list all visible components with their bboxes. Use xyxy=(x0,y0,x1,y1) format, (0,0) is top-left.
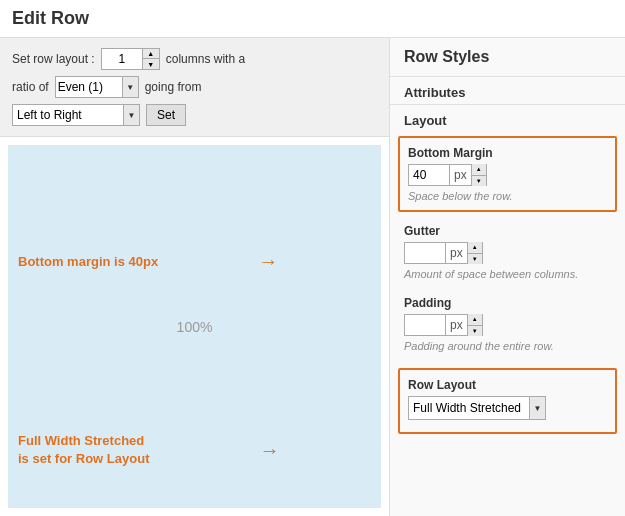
columns-down-btn[interactable]: ▼ xyxy=(143,59,159,69)
columns-input[interactable]: 1 xyxy=(102,50,142,68)
main-container: Edit Row Set row layout : 1 ▲ ▼ columns … xyxy=(0,0,625,516)
bottom-margin-spinner: ▲ ▼ xyxy=(471,164,486,186)
direction-select[interactable]: Left to Right Right to Left xyxy=(13,105,123,125)
row-layout-select-container[interactable]: Full Width Stretched Full Width Boxed ▼ xyxy=(408,396,546,420)
gutter-input[interactable] xyxy=(405,244,445,262)
annotation-full-width: Full Width Stretched is set for Row Layo… xyxy=(18,432,149,468)
row-layout-row: Full Width Stretched Full Width Boxed ▼ xyxy=(408,396,607,420)
row-layout-select[interactable]: Full Width Stretched Full Width Boxed xyxy=(409,397,529,419)
gutter-up-btn[interactable]: ▲ xyxy=(468,242,482,254)
annotation-bottom-margin: Bottom margin is 40px → xyxy=(18,254,158,269)
row-config: Set row layout : 1 ▲ ▼ columns with a ra… xyxy=(0,38,389,137)
set-button[interactable]: Set xyxy=(146,104,186,126)
columns-spinner-buttons: ▲ ▼ xyxy=(142,49,159,69)
gutter-label: Gutter xyxy=(404,224,611,238)
row-config-line1: Set row layout : 1 ▲ ▼ columns with a xyxy=(12,48,377,70)
bottom-margin-up-btn[interactable]: ▲ xyxy=(472,164,486,176)
bottom-margin-arrow: → xyxy=(258,250,278,273)
set-row-layout-label: Set row layout : xyxy=(12,52,95,66)
full-width-line1: Full Width Stretched xyxy=(18,432,149,450)
padding-input-container[interactable]: px ▲ ▼ xyxy=(404,314,483,336)
columns-spinner[interactable]: 1 ▲ ▼ xyxy=(101,48,160,70)
padding-group: Padding px ▲ ▼ Padding around the ent xyxy=(390,288,625,360)
padding-down-btn[interactable]: ▼ xyxy=(468,326,482,337)
preview-area: 100% Bottom margin is 40px → Full Width … xyxy=(8,145,381,508)
ratio-select-arrow[interactable]: ▼ xyxy=(122,77,138,97)
preview-percent: 100% xyxy=(177,319,213,335)
row-layout-group: Row Layout Full Width Stretched Full Wid… xyxy=(398,368,617,434)
padding-unit: px xyxy=(446,314,467,336)
full-width-line2: is set for Row Layout xyxy=(18,450,149,468)
padding-hint: Padding around the entire row. xyxy=(404,340,611,352)
bottom-margin-unit: px xyxy=(450,164,471,186)
row-layout-label: Row Layout xyxy=(408,378,607,392)
ratio-select-container[interactable]: Even (1) 2:1 1:2 3:1 1:3 ▼ xyxy=(55,76,139,98)
left-panel: Set row layout : 1 ▲ ▼ columns with a ra… xyxy=(0,38,390,516)
page-title: Edit Row xyxy=(0,0,625,38)
row-layout-arrow[interactable]: ▼ xyxy=(529,397,545,419)
bottom-margin-input-container[interactable]: 40 px ▲ ▼ xyxy=(408,164,487,186)
ratio-label: ratio of xyxy=(12,80,49,94)
gutter-unit: px xyxy=(446,242,467,264)
padding-label: Padding xyxy=(404,296,611,310)
bottom-margin-group: Bottom Margin 40 px ▲ ▼ Space below th xyxy=(398,136,617,212)
gutter-group: Gutter px ▲ ▼ Amount of space between xyxy=(390,216,625,288)
bottom-margin-down-btn[interactable]: ▼ xyxy=(472,176,486,187)
direction-select-arrow[interactable]: ▼ xyxy=(123,105,139,125)
layout-section-header: Layout xyxy=(390,105,625,132)
bottom-margin-row: 40 px ▲ ▼ xyxy=(408,164,607,186)
bottom-margin-input[interactable]: 40 xyxy=(409,166,449,184)
direction-select-container[interactable]: Left to Right Right to Left ▼ xyxy=(12,104,140,126)
gutter-down-btn[interactable]: ▼ xyxy=(468,254,482,265)
padding-row: px ▲ ▼ xyxy=(404,314,611,336)
ratio-select[interactable]: Even (1) 2:1 1:2 3:1 1:3 xyxy=(56,77,122,97)
gutter-hint: Amount of space between columns. xyxy=(404,268,611,280)
gutter-spinner: ▲ ▼ xyxy=(467,242,482,264)
gutter-row: px ▲ ▼ xyxy=(404,242,611,264)
row-config-line2: ratio of Even (1) 2:1 1:2 3:1 1:3 ▼ goin… xyxy=(12,76,377,98)
bottom-margin-text: Bottom margin is 40px xyxy=(18,254,158,269)
attributes-section-header: Attributes xyxy=(390,77,625,105)
full-width-arrow: → xyxy=(259,436,279,464)
right-panel: Row Styles Attributes Layout Bottom Marg… xyxy=(390,38,625,516)
bottom-margin-hint: Space below the row. xyxy=(408,190,607,202)
columns-up-btn[interactable]: ▲ xyxy=(143,49,159,59)
right-panel-title: Row Styles xyxy=(390,38,625,77)
padding-spinner: ▲ ▼ xyxy=(467,314,482,336)
padding-up-btn[interactable]: ▲ xyxy=(468,314,482,326)
columns-with-label: columns with a xyxy=(166,52,245,66)
content-area: Set row layout : 1 ▲ ▼ columns with a ra… xyxy=(0,38,625,516)
going-from-label: going from xyxy=(145,80,202,94)
gutter-input-container[interactable]: px ▲ ▼ xyxy=(404,242,483,264)
bottom-margin-label: Bottom Margin xyxy=(408,146,607,160)
padding-input[interactable] xyxy=(405,316,445,334)
